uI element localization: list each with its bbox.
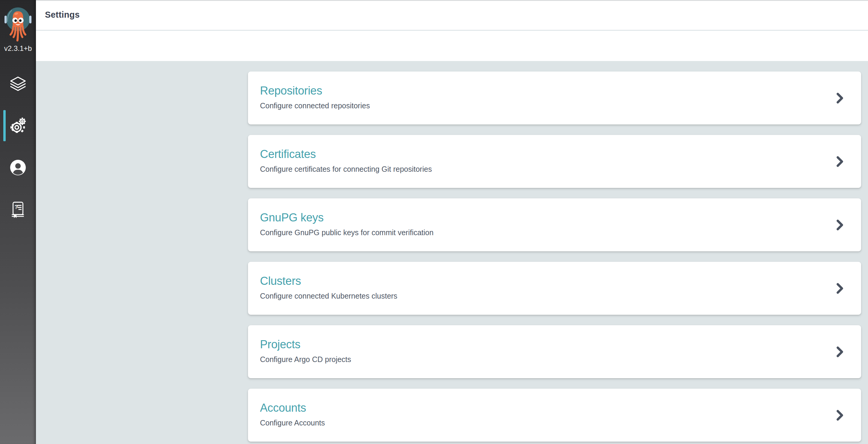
settings-card-accounts[interactable]: Accounts Configure Accounts xyxy=(248,389,861,442)
chevron-right-icon xyxy=(837,156,844,167)
settings-card-certificates[interactable]: Certificates Configure certificates for … xyxy=(248,135,861,188)
chevron-right-icon xyxy=(837,283,844,294)
card-title-link[interactable]: Accounts xyxy=(260,402,825,414)
argo-cd-octopus-icon xyxy=(4,7,32,44)
card-description: Configure connected Kubernetes clusters xyxy=(260,292,825,300)
card-description: Configure GnuPG public keys for commit v… xyxy=(260,228,825,237)
window-top-edge xyxy=(36,0,868,1)
settings-card-repositories[interactable]: Repositories Configure connected reposit… xyxy=(248,71,861,125)
sidebar: v2.3.1+b xyxy=(0,0,36,444)
settings-card-gnupg-keys[interactable]: GnuPG keys Configure GnuPG public keys f… xyxy=(248,198,861,251)
card-title-link[interactable]: Certificates xyxy=(260,148,825,161)
settings-card-list: Repositories Configure connected reposit… xyxy=(248,71,861,444)
settings-card-projects[interactable]: Projects Configure Argo CD projects xyxy=(248,325,861,378)
sidebar-item-settings[interactable] xyxy=(0,105,36,147)
top-toolbar: Settings xyxy=(36,0,868,30)
version-label: v2.3.1+b xyxy=(0,44,36,53)
card-title-link[interactable]: GnuPG keys xyxy=(260,211,825,224)
card-title-link[interactable]: Clusters xyxy=(260,275,825,287)
card-description: Configure certificates for connecting Gi… xyxy=(260,165,825,174)
chevron-right-icon xyxy=(837,93,844,104)
main-content-area: Settings Repositories Configure connecte… xyxy=(36,0,868,444)
argo-cd-settings-screen: Settings Repositories Configure connecte… xyxy=(0,0,868,444)
layers-icon xyxy=(9,75,27,93)
sidebar-nav: ? xyxy=(0,63,36,230)
sidebar-item-help[interactable]: ? xyxy=(0,189,36,230)
svg-text:?: ? xyxy=(14,204,18,210)
chevron-right-icon xyxy=(837,346,844,357)
sidebar-item-user-info[interactable] xyxy=(0,147,36,189)
user-icon xyxy=(9,159,27,176)
card-description: Configure connected repositories xyxy=(260,101,825,110)
active-indicator xyxy=(3,110,6,141)
card-description: Configure Argo CD projects xyxy=(260,355,825,364)
settings-card-clusters[interactable]: Clusters Configure connected Kubernetes … xyxy=(248,262,861,315)
help-book-icon: ? xyxy=(9,201,27,218)
chevron-right-icon xyxy=(837,219,844,230)
page-title: Settings xyxy=(45,10,80,20)
chevron-right-icon xyxy=(837,410,844,421)
card-description: Configure Accounts xyxy=(260,418,825,427)
card-title-link[interactable]: Repositories xyxy=(260,85,825,97)
sidebar-item-applications[interactable] xyxy=(0,63,36,105)
secondary-toolbar xyxy=(36,31,868,61)
gear-icon xyxy=(9,117,27,134)
card-title-link[interactable]: Projects xyxy=(260,338,825,351)
